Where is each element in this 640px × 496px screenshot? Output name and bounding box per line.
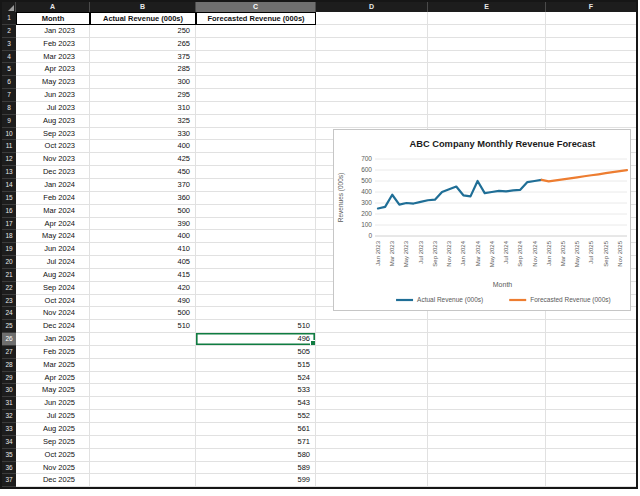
row-header-17[interactable]: 17 xyxy=(2,218,16,231)
cell-D27[interactable] xyxy=(316,346,428,359)
cell-D37[interactable] xyxy=(316,474,428,487)
cell-D31[interactable] xyxy=(316,397,428,410)
cell-F29[interactable] xyxy=(546,372,636,385)
cell-C1-forecast-header[interactable]: Forecasted Revenue (000s) xyxy=(196,12,316,25)
row-header-25[interactable]: 25 xyxy=(2,320,16,333)
cell-C14[interactable] xyxy=(196,179,316,192)
cell-D32[interactable] xyxy=(316,410,428,423)
cell-F2[interactable] xyxy=(546,25,636,38)
cell-A27[interactable]: Feb 2025 xyxy=(16,346,90,359)
cell-B8[interactable]: 310 xyxy=(90,102,196,115)
cell-B32[interactable] xyxy=(90,410,196,423)
column-header-F[interactable]: F xyxy=(546,2,636,12)
cell-A18[interactable]: May 2024 xyxy=(16,230,90,243)
row-header-35[interactable]: 35 xyxy=(2,449,16,462)
cell-A10[interactable]: Sep 2023 xyxy=(16,128,90,141)
cell-A20[interactable]: Jul 2024 xyxy=(16,256,90,269)
row-header-23[interactable]: 23 xyxy=(2,295,16,308)
cell-B10[interactable]: 330 xyxy=(90,128,196,141)
cell-B13[interactable]: 450 xyxy=(90,166,196,179)
cell-B36[interactable] xyxy=(90,462,196,475)
cell-C17[interactable] xyxy=(196,218,316,231)
cell-D35[interactable] xyxy=(316,449,428,462)
column-header-A[interactable]: A xyxy=(16,2,90,12)
row-header-32[interactable]: 32 xyxy=(2,410,16,423)
row-header-7[interactable]: 7 xyxy=(2,89,16,102)
row-header-12[interactable]: 12 xyxy=(2,153,16,166)
cell-A28[interactable]: Mar 2025 xyxy=(16,359,90,372)
cell-A23[interactable]: Oct 2024 xyxy=(16,295,90,308)
cell-C19[interactable] xyxy=(196,243,316,256)
cell-C7[interactable] xyxy=(196,89,316,102)
row-header-27[interactable]: 27 xyxy=(2,346,16,359)
cell-E1[interactable] xyxy=(428,12,546,25)
cell-C29[interactable]: 524 xyxy=(196,372,316,385)
cell-E6[interactable] xyxy=(428,76,546,89)
cell-F27[interactable] xyxy=(546,346,636,359)
cell-E28[interactable] xyxy=(428,359,546,372)
cell-D2[interactable] xyxy=(316,25,428,38)
cell-A22[interactable]: Sep 2024 xyxy=(16,282,90,295)
cell-C35[interactable]: 580 xyxy=(196,449,316,462)
cell-D25[interactable] xyxy=(316,320,428,333)
cell-B9[interactable]: 325 xyxy=(90,115,196,128)
row-header-31[interactable]: 31 xyxy=(2,397,16,410)
cell-C22[interactable] xyxy=(196,282,316,295)
row-header-13[interactable]: 13 xyxy=(2,166,16,179)
cell-F32[interactable] xyxy=(546,410,636,423)
cell-E25[interactable] xyxy=(428,320,546,333)
cell-F1[interactable] xyxy=(546,12,636,25)
cell-A21[interactable]: Aug 2024 xyxy=(16,269,90,282)
cell-D30[interactable] xyxy=(316,384,428,397)
cell-A9[interactable]: Aug 2023 xyxy=(16,115,90,128)
cell-A12[interactable]: Nov 2023 xyxy=(16,153,90,166)
cell-D34[interactable] xyxy=(316,436,428,449)
cell-C33[interactable]: 561 xyxy=(196,423,316,436)
cell-D4[interactable] xyxy=(316,51,428,64)
row-header-6[interactable]: 6 xyxy=(2,76,16,89)
cell-A14[interactable]: Jan 2024 xyxy=(16,179,90,192)
cell-A7[interactable]: Jun 2023 xyxy=(16,89,90,102)
row-header-19[interactable]: 19 xyxy=(2,243,16,256)
cell-B19[interactable]: 410 xyxy=(90,243,196,256)
row-header-2[interactable]: 2 xyxy=(2,25,16,38)
row-header-30[interactable]: 30 xyxy=(2,384,16,397)
cell-E9[interactable] xyxy=(428,115,546,128)
row-header-37[interactable]: 37 xyxy=(2,474,16,487)
row-header-28[interactable]: 28 xyxy=(2,359,16,372)
cell-E8[interactable] xyxy=(428,102,546,115)
cell-C36[interactable]: 589 xyxy=(196,462,316,475)
cell-E26[interactable] xyxy=(428,333,546,346)
row-header-21[interactable]: 21 xyxy=(2,269,16,282)
cell-F30[interactable] xyxy=(546,384,636,397)
cell-E37[interactable] xyxy=(428,474,546,487)
cell-B20[interactable]: 405 xyxy=(90,256,196,269)
cell-F28[interactable] xyxy=(546,359,636,372)
cell-C4[interactable] xyxy=(196,51,316,64)
cell-A19[interactable]: Jun 2024 xyxy=(16,243,90,256)
cell-B15[interactable]: 360 xyxy=(90,192,196,205)
cell-F36[interactable] xyxy=(546,462,636,475)
row-header-24[interactable]: 24 xyxy=(2,307,16,320)
cell-F33[interactable] xyxy=(546,423,636,436)
cell-F26[interactable] xyxy=(546,333,636,346)
cell-D3[interactable] xyxy=(316,38,428,51)
row-header-15[interactable]: 15 xyxy=(2,192,16,205)
cell-D29[interactable] xyxy=(316,372,428,385)
cell-C3[interactable] xyxy=(196,38,316,51)
cell-C25[interactable]: 510 xyxy=(196,320,316,333)
cell-E30[interactable] xyxy=(428,384,546,397)
cell-B6[interactable]: 300 xyxy=(90,76,196,89)
cell-B30[interactable] xyxy=(90,384,196,397)
cell-C31[interactable]: 543 xyxy=(196,397,316,410)
cell-F8[interactable] xyxy=(546,102,636,115)
row-header-29[interactable]: 29 xyxy=(2,372,16,385)
cell-A24[interactable]: Nov 2024 xyxy=(16,307,90,320)
column-header-C[interactable]: C xyxy=(196,2,316,12)
cell-C24[interactable] xyxy=(196,307,316,320)
cell-A17[interactable]: Apr 2024 xyxy=(16,218,90,231)
cell-C18[interactable] xyxy=(196,230,316,243)
cell-E34[interactable] xyxy=(428,436,546,449)
cell-C30[interactable]: 533 xyxy=(196,384,316,397)
cell-B12[interactable]: 425 xyxy=(90,153,196,166)
